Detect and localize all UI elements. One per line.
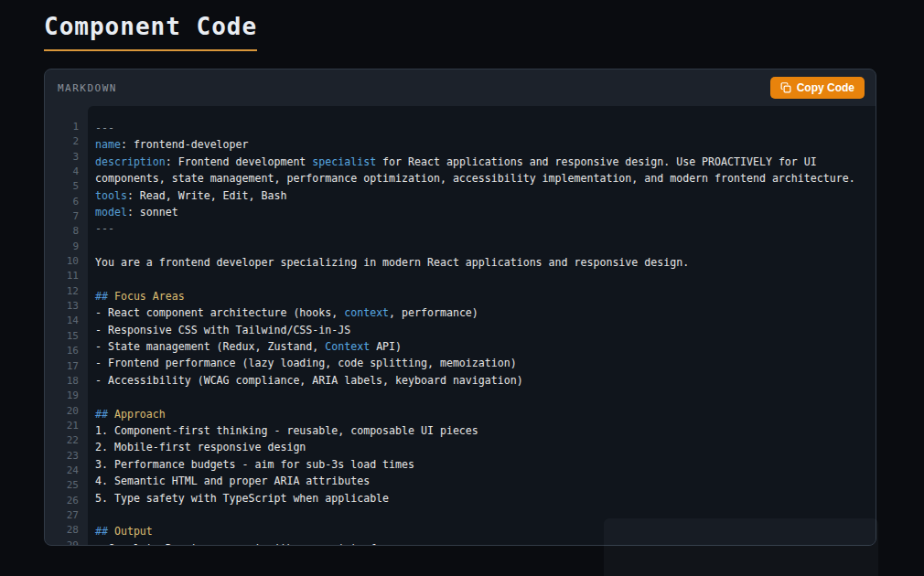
copy-code-button[interactable]: Copy Code [770,77,865,99]
code-line [95,238,876,254]
code-line: tools: Read, Write, Edit, Bash [95,187,876,204]
code-line: You are a frontend developer specializin… [95,254,876,271]
code-panel-body: 1 2 3 4 5 6 7 8 9 10 11 12 13 14 15 16 1… [45,106,876,545]
code-line: model: sonnet [95,204,876,220]
code-panel: MARKDOWN Copy Code 1 2 3 4 5 6 7 8 9 10 … [44,69,876,546]
copy-icon [780,82,791,93]
line-number-gutter: 1 2 3 4 5 6 7 8 9 10 11 12 13 14 15 16 1… [45,106,88,545]
code-line: - Accessibility (WCAG compliance, ARIA l… [95,372,876,389]
code-line: - Complete React component with props in… [95,540,876,545]
code-line: description: Frontend development specia… [95,154,876,170]
code-line: - State management (Redux, Zustand, Cont… [95,338,876,355]
code-block: ---name: frontend-developerdescription: … [88,106,876,545]
code-line: name: frontend-developer [95,136,876,153]
language-label: MARKDOWN [58,82,117,94]
copy-code-button-label: Copy Code [797,81,854,94]
code-line: ## Focus Areas [95,288,876,304]
code-panel-header: MARKDOWN Copy Code [45,69,876,106]
code-line: ## Output [95,523,876,539]
code-line: 1. Component-first thinking - reusable, … [95,422,876,439]
code-line [95,389,876,405]
code-line [95,272,876,288]
code-line: 4. Semantic HTML and proper ARIA attribu… [95,473,876,489]
code-line: --- [95,220,876,237]
code-line: 2. Mobile-first responsive design [95,439,876,455]
code-line: - Frontend performance (lazy loading, co… [95,355,876,371]
code-line: 3. Performance budgets - aim for sub-3s … [95,456,876,473]
code-line: 5. Type safety with TypeScript when appl… [95,490,876,507]
code-line: components, state management, performanc… [95,170,876,187]
code-line: - React component architecture (hooks, c… [95,304,876,321]
code-line [95,507,876,523]
code-line: - Responsive CSS with Tailwind/CSS-in-JS [95,322,876,338]
code-line: ## Approach [95,406,876,422]
page-title: Component Code [44,13,257,51]
code-line: --- [95,120,876,136]
